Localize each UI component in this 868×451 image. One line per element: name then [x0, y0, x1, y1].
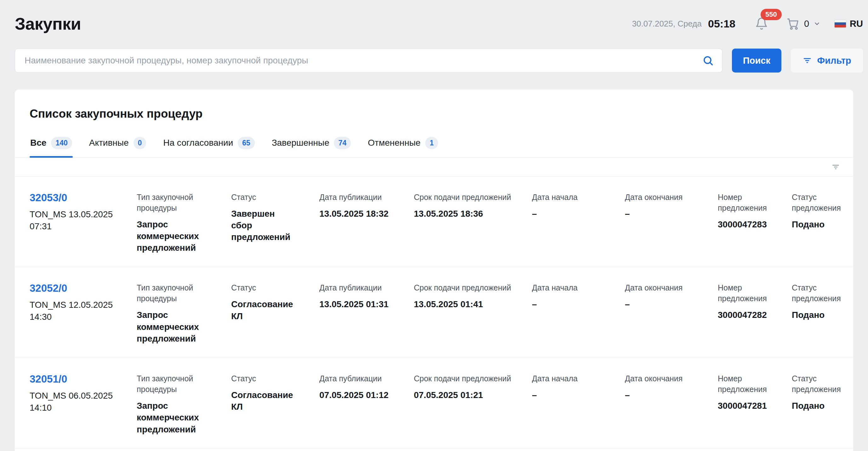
- cell-proposal-number: Номер предложения 3000047281: [718, 373, 792, 412]
- filter-button[interactable]: Фильтр: [791, 49, 863, 73]
- submission-deadline: 13.05.2025 01:41: [414, 298, 521, 310]
- column-label-end-date: Дата окончания: [625, 373, 707, 384]
- proposal-status: Подано: [792, 219, 827, 230]
- filter-button-label: Фильтр: [817, 56, 851, 66]
- cell-pub-date: Дата публикации 13.05.2025 18:32: [319, 192, 414, 220]
- cell-pub-date: Дата публикации 13.05.2025 01:31: [319, 282, 414, 310]
- procedure-status: Согласование КЛ: [231, 389, 296, 413]
- column-label-proposal-number: Номер предложения: [718, 192, 780, 213]
- procedure-link[interactable]: 32053/0: [30, 192, 67, 204]
- search-bar: Поиск Фильтр: [15, 49, 863, 73]
- tab-count-badge: 0: [133, 137, 147, 149]
- cell-start-date: Дата начала –: [532, 192, 625, 220]
- column-label-start-date: Дата начала: [532, 282, 614, 293]
- proposal-status: Подано: [792, 400, 827, 412]
- tab[interactable]: Все 140: [30, 135, 73, 158]
- proposal-number: 3000047283: [718, 219, 780, 230]
- table-row[interactable]: 32052/0 TON_MS 12.05.2025 14:30 Тип заку…: [15, 267, 853, 358]
- column-label-type: Тип закупочной процедуры: [137, 373, 220, 395]
- search-input[interactable]: [15, 49, 722, 73]
- cell-proposal-status: Статус предложения Подано: [792, 282, 838, 321]
- column-label-deadline: Срок подачи предложений: [414, 373, 521, 384]
- cell-id: 32051/0 TON_MS 06.05.2025 14:10: [30, 373, 137, 414]
- procedure-link[interactable]: 32051/0: [30, 373, 67, 385]
- column-label-start-date: Дата начала: [532, 373, 614, 384]
- procedure-type: Запрос коммерческих предложений: [137, 309, 205, 344]
- cell-proposal-status: Статус предложения Подано: [792, 192, 838, 230]
- end-date: –: [625, 389, 707, 401]
- tab[interactable]: Отмененные 1: [367, 135, 439, 158]
- chevron-down-icon[interactable]: [813, 20, 820, 27]
- table-filter-icon[interactable]: [832, 163, 840, 171]
- proposal-status: Подано: [792, 309, 827, 321]
- cell-id: 32052/0 TON_MS 12.05.2025 14:30: [30, 282, 137, 323]
- publication-date: 13.05.2025 18:32: [319, 208, 403, 220]
- column-label-status: Статус: [231, 373, 308, 384]
- cell-deadline: Срок подачи предложений 07.05.2025 01:21: [414, 373, 532, 401]
- tab-label: Активные: [89, 138, 129, 148]
- cart-icon: [786, 17, 800, 30]
- proposal-number: 3000047282: [718, 309, 780, 321]
- notifications-button[interactable]: 550: [755, 17, 768, 30]
- cell-pub-date: Дата публикации 07.05.2025 01:12: [319, 373, 414, 401]
- cart-button[interactable]: 0: [786, 17, 820, 30]
- header: Закупки 30.07.2025, Среда 05:18 550 0 RU: [0, 0, 868, 33]
- cell-end-date: Дата окончания –: [625, 373, 718, 401]
- cell-end-date: Дата окончания –: [625, 192, 718, 220]
- procedure-link[interactable]: 32052/0: [30, 282, 67, 294]
- tabs: Все 140 Активные 0 На согласовании 65 За…: [15, 135, 853, 158]
- submission-deadline: 07.05.2025 01:21: [414, 389, 521, 401]
- tab-label: Все: [30, 138, 46, 148]
- search-box: [15, 49, 722, 73]
- language-selector[interactable]: RU: [834, 19, 863, 29]
- publication-date: 13.05.2025 01:31: [319, 298, 403, 310]
- column-label-proposal-status: Статус предложения: [792, 192, 827, 213]
- cell-status: Статус Согласование КЛ: [231, 373, 319, 413]
- column-label-status: Статус: [231, 192, 308, 202]
- column-label-end-date: Дата окончания: [625, 282, 707, 293]
- column-label-proposal-status: Статус предложения: [792, 373, 827, 395]
- column-label-pub-date: Дата публикации: [319, 373, 403, 384]
- cell-proposal-number: Номер предложения 3000047282: [718, 282, 792, 321]
- cell-type: Тип закупочной процедуры Запрос коммерче…: [137, 192, 231, 254]
- cell-start-date: Дата начала –: [532, 373, 625, 401]
- procedure-meta: TON_MS 12.05.2025 14:30: [30, 299, 122, 323]
- tab[interactable]: На согласовании 65: [162, 135, 255, 158]
- column-label-pub-date: Дата публикации: [319, 192, 403, 202]
- tab-label: Завершенные: [272, 138, 330, 148]
- cell-start-date: Дата начала –: [532, 282, 625, 310]
- table-row[interactable]: 32051/0 TON_MS 06.05.2025 14:10 Тип заку…: [15, 358, 853, 449]
- procedure-meta: TON_MS 13.05.2025 07:31: [30, 208, 122, 232]
- procedure-status: Согласование КЛ: [231, 298, 296, 322]
- table-toolbar: [15, 158, 853, 177]
- header-time: 05:18: [708, 18, 735, 30]
- tab-label: На согласовании: [163, 138, 233, 148]
- cell-type: Тип закупочной процедуры Запрос коммерче…: [137, 282, 231, 344]
- tab-count-badge: 140: [51, 137, 72, 149]
- tab-count-badge: 74: [334, 137, 351, 149]
- cell-end-date: Дата окончания –: [625, 282, 718, 310]
- cart-count: 0: [804, 19, 809, 29]
- procedure-status: Завершен сбор предложений: [231, 208, 296, 243]
- filter-icon: [803, 56, 812, 65]
- table-row[interactable]: 32053/0 TON_MS 13.05.2025 07:31 Тип заку…: [15, 177, 853, 267]
- cell-deadline: Срок подачи предложений 13.05.2025 01:41: [414, 282, 532, 310]
- cell-status: Статус Завершен сбор предложений: [231, 192, 319, 243]
- cell-proposal-number: Номер предложения 3000047283: [718, 192, 792, 230]
- cell-type: Тип закупочной процедуры Запрос коммерче…: [137, 373, 231, 435]
- language-label: RU: [850, 19, 863, 29]
- card-title: Список закупочных процедур: [15, 90, 853, 120]
- tab[interactable]: Активные 0: [89, 135, 147, 158]
- tab[interactable]: Завершенные 74: [271, 135, 351, 158]
- procedure-meta: TON_MS 06.05.2025 14:10: [30, 390, 122, 414]
- russia-flag-icon: [834, 20, 846, 28]
- search-button[interactable]: Поиск: [732, 49, 781, 73]
- start-date: –: [532, 389, 614, 401]
- cell-deadline: Срок подачи предложений 13.05.2025 18:36: [414, 192, 532, 220]
- header-date: 30.07.2025, Среда: [632, 19, 702, 29]
- notifications-badge: 550: [761, 9, 782, 20]
- column-label-proposal-number: Номер предложения: [718, 282, 780, 304]
- search-icon[interactable]: [702, 55, 714, 66]
- cell-proposal-status: Статус предложения Подано: [792, 373, 838, 412]
- tab-label: Отмененные: [368, 138, 421, 148]
